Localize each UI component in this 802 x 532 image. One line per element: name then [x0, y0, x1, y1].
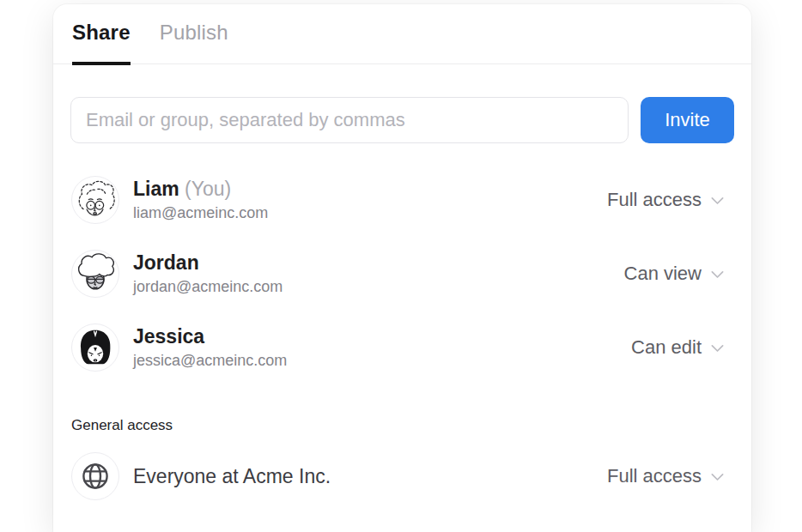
you-suffix: (You) — [185, 178, 231, 200]
share-dialog-stage: Share Publish Invite — [0, 0, 802, 532]
person-name: Jessica — [133, 324, 287, 348]
person-info: Jessica jessica@acmeinc.com — [133, 324, 287, 371]
access-label: Full access — [607, 465, 702, 487]
general-access-section: General access Everyone at Acme Inc. Ful… — [53, 416, 751, 500]
person-name: Jordan — [133, 251, 283, 275]
general-access-name: Everyone at Acme Inc. — [133, 464, 331, 488]
person-email: jordan@acmeinc.com — [133, 277, 283, 297]
invite-row: Invite — [70, 97, 734, 143]
general-access-row: Everyone at Acme Inc. Full access — [71, 452, 726, 500]
chevron-down-icon — [708, 468, 726, 486]
access-label: Can edit — [631, 336, 702, 359]
person-row-jessica: Jessica jessica@acmeinc.com Can edit — [71, 323, 726, 372]
person-row-jordan: Jordan jordan@acmeinc.com Can view — [71, 250, 726, 298]
access-label: Full access — [607, 189, 702, 211]
tab-bar: Share Publish — [53, 4, 751, 64]
access-dropdown-jessica[interactable]: Can edit — [631, 336, 726, 359]
access-label: Can view — [624, 263, 702, 285]
access-dropdown-everyone[interactable]: Full access — [607, 465, 726, 487]
tab-share[interactable]: Share — [72, 4, 131, 65]
person-info: Liam (You) liam@acmeinc.com — [133, 177, 268, 223]
person-email: jessica@acmeinc.com — [133, 351, 287, 371]
access-dropdown-liam[interactable]: Full access — [607, 189, 726, 211]
person-info: Jordan jordan@acmeinc.com — [133, 251, 283, 297]
liam-avatar — [71, 176, 119, 224]
person-row-liam: Liam (You) liam@acmeinc.com Full access — [71, 176, 726, 224]
people-list: Liam (You) liam@acmeinc.com Full access — [53, 176, 751, 372]
jordan-avatar — [71, 250, 119, 298]
general-access-label: General access — [71, 416, 726, 434]
chevron-down-icon — [708, 339, 726, 357]
person-name: Liam (You) — [133, 177, 268, 201]
chevron-down-icon — [708, 191, 726, 209]
invite-email-input[interactable] — [70, 97, 629, 143]
chevron-down-icon — [708, 265, 726, 283]
person-email: liam@acmeinc.com — [133, 203, 268, 223]
share-dialog: Share Publish Invite — [53, 4, 751, 532]
access-dropdown-jordan[interactable]: Can view — [624, 263, 726, 285]
globe-icon — [71, 452, 119, 500]
invite-button[interactable]: Invite — [641, 97, 734, 143]
jessica-avatar — [71, 323, 119, 372]
tab-publish[interactable]: Publish — [160, 4, 228, 65]
